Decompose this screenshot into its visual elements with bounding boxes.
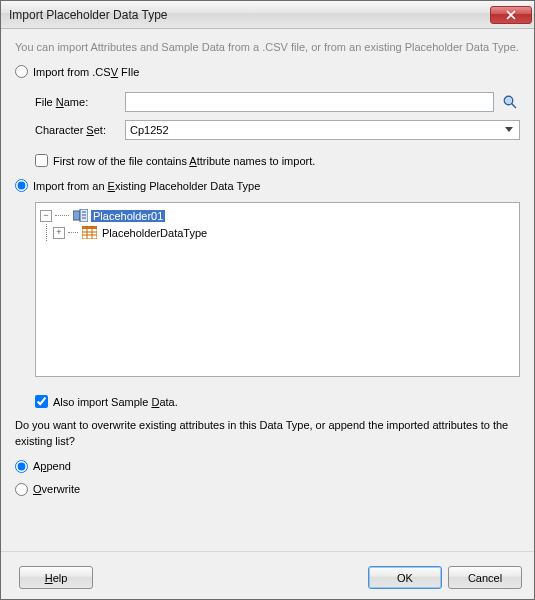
divider (1, 551, 534, 552)
firstrow-row: First row of the file contains Attribute… (35, 154, 520, 167)
tree-child-label[interactable]: PlaceholderDataType (100, 227, 209, 239)
charset-row: Character Set: Cp1252 (35, 120, 520, 140)
window-title: Import Placeholder Data Type (9, 8, 490, 22)
ok-button[interactable]: OK (368, 566, 442, 589)
charset-value: Cp1252 (130, 124, 169, 136)
close-icon (506, 10, 516, 20)
svg-line-2 (512, 104, 516, 108)
expand-icon[interactable]: + (53, 227, 65, 239)
charset-label: Character Set: (35, 124, 125, 136)
dialog-body: You can import Attributes and Sample Dat… (1, 29, 534, 545)
import-existing-radio[interactable] (15, 179, 28, 192)
collapse-icon[interactable]: − (40, 210, 52, 222)
file-name-input[interactable] (125, 92, 494, 112)
append-radio[interactable] (15, 460, 28, 473)
firstrow-label[interactable]: First row of the file contains Attribute… (53, 155, 315, 167)
import-csv-radio[interactable] (15, 65, 28, 78)
browse-button[interactable] (500, 92, 520, 112)
import-existing-label[interactable]: Import from an Existing Placeholder Data… (33, 180, 260, 192)
svg-rect-3 (73, 211, 80, 220)
cancel-button[interactable]: Cancel (448, 566, 522, 589)
firstrow-checkbox[interactable] (35, 154, 48, 167)
svg-rect-9 (82, 226, 97, 229)
titlebar: Import Placeholder Data Type (1, 1, 534, 29)
datatype-icon (82, 226, 97, 239)
overwrite-label[interactable]: Overwrite (33, 483, 80, 495)
package-icon (73, 209, 88, 222)
search-icon (502, 94, 518, 110)
tree-node-child[interactable]: + PlaceholderDataType (40, 224, 515, 241)
import-existing-row: Import from an Existing Placeholder Data… (15, 179, 520, 192)
svg-point-1 (506, 98, 512, 104)
close-button[interactable] (490, 6, 532, 24)
placeholder-tree[interactable]: − Placeholder01 + PlaceholderDataType (35, 202, 520, 377)
chevron-down-icon (501, 122, 517, 138)
intro-text: You can import Attributes and Sample Dat… (15, 41, 520, 53)
import-csv-row: Import from .CSV FIle (15, 65, 520, 78)
tree-node-root[interactable]: − Placeholder01 (40, 207, 515, 224)
sampledata-label[interactable]: Also import Sample Data. (53, 396, 178, 408)
append-row: Append (15, 460, 520, 473)
sampledata-row: Also import Sample Data. (35, 395, 520, 408)
import-dialog: Import Placeholder Data Type You can imp… (0, 0, 535, 600)
help-button[interactable]: Help (19, 566, 93, 589)
append-label[interactable]: Append (33, 460, 71, 472)
file-name-row: File Name: (35, 92, 520, 112)
button-row: Help OK Cancel (1, 560, 534, 599)
overwrite-row: Overwrite (15, 483, 520, 496)
charset-select[interactable]: Cp1252 (125, 120, 520, 140)
tree-root-label[interactable]: Placeholder01 (91, 210, 165, 222)
import-csv-label[interactable]: Import from .CSV FIle (33, 66, 139, 78)
overwrite-radio[interactable] (15, 483, 28, 496)
sampledata-checkbox[interactable] (35, 395, 48, 408)
overwrite-question: Do you want to overwrite existing attrib… (15, 418, 520, 450)
file-name-label: File Name: (35, 96, 125, 108)
